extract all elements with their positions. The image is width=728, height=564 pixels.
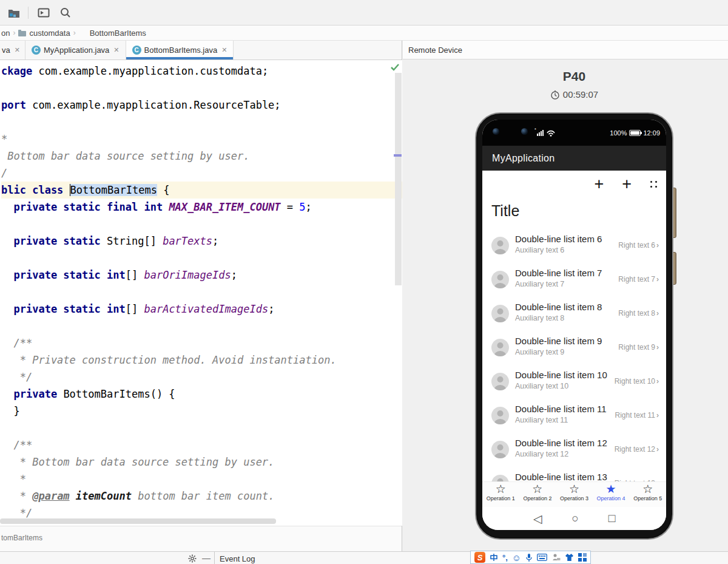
search-icon[interactable] [59, 7, 72, 19]
toolbox-grid-icon[interactable] [578, 553, 587, 562]
gear-icon[interactable] [188, 554, 197, 564]
chinese-mode-icon[interactable] [490, 553, 498, 562]
nav-back-icon[interactable]: ◁ [533, 512, 542, 526]
tab-label: BottomBarItems.java [144, 46, 218, 55]
editor-tab[interactable]: BottomBarItems.java ✕ [126, 41, 234, 59]
battery-icon [629, 130, 641, 136]
list-item[interactable]: Double-line list item 12 Auxiliary text … [482, 433, 666, 467]
tab-close-icon[interactable]: ✕ [113, 46, 119, 54]
keyboard-icon[interactable] [537, 554, 547, 561]
list-item-title: Double-line list item 6 [515, 234, 602, 244]
list-item-subtitle: Auxiliary text 6 [515, 246, 564, 254]
chevron-right-icon: › [656, 377, 659, 386]
operation-tab[interactable]: ☆ Operation 2 [519, 482, 556, 507]
list-item-subtitle: Auxiliary text 10 [515, 382, 568, 390]
phone-screen[interactable]: * 100% 12:09 [482, 120, 666, 530]
code-line: * [1, 131, 402, 148]
tab-close-icon[interactable]: ✕ [221, 46, 227, 54]
editor-bottom-breadcrumb[interactable]: tomBarItems [0, 526, 402, 551]
breadcrumb-item[interactable]: customdata [17, 29, 71, 38]
list-item-title: Double-line list item 9 [515, 336, 602, 346]
code-line: * [1, 471, 402, 488]
status-right-cluster: 100% 12:09 [610, 120, 660, 146]
device-name: P40 [475, 69, 673, 84]
add-item-button[interactable]: + [622, 176, 632, 192]
code-editor[interactable]: ckage com.example.myapplication.customda… [0, 60, 402, 526]
list-item[interactable]: Double-line list item 10 Auxiliary text … [482, 365, 666, 399]
list-item[interactable]: Double-line list item 6 Auxiliary text 6… [482, 229, 666, 263]
code-line: ckage com.example.myapplication.customda… [1, 63, 402, 80]
operation-label: Operation 4 [597, 495, 625, 501]
tab-close-icon[interactable]: ✕ [15, 46, 20, 54]
list-item-right-text: Right text 8› [618, 309, 659, 318]
code-line: private BottomBarItems() { [1, 386, 402, 403]
editor-horizontal-scrollbar[interactable] [0, 518, 276, 524]
class-icon [32, 46, 41, 55]
list-item-subtitle: Auxiliary text 11 [515, 416, 568, 424]
run-terminal-icon[interactable] [38, 7, 50, 19]
star-icon: ☆ [496, 483, 506, 495]
code-line: blic class BottomBarItems { [1, 182, 402, 199]
project-structure-icon[interactable] [8, 7, 20, 19]
code-line: /** [1, 335, 402, 352]
list-item-subtitle: Auxiliary text 12 [515, 450, 568, 458]
operation-tab[interactable]: ☆ Operation 5 [629, 482, 666, 507]
star-icon: ★ [606, 483, 616, 495]
emoji-icon[interactable]: ☺ [512, 552, 521, 563]
bottom-operations-bar: ☆ Operation 1 ☆ Operation 2 ☆ Operation … [482, 481, 666, 507]
operation-tab[interactable]: ☆ Operation 3 [556, 482, 593, 507]
handwriting-tool-icon[interactable] [551, 553, 561, 562]
list-item-right-text: Right text 9› [618, 343, 659, 352]
avatar [491, 407, 509, 424]
list-item[interactable]: Double-line list item 8 Auxiliary text 8… [482, 297, 666, 331]
grid-menu-icon[interactable] [650, 180, 658, 188]
code-line: * Bottom bar data source setting by user… [1, 454, 402, 471]
list-item[interactable]: Double-line list item 11 Auxiliary text … [482, 399, 666, 433]
editor-tab[interactable]: va ✕ [0, 41, 25, 59]
code-line: private static int[] barOriImageIds; [1, 267, 402, 284]
list-item-title: Double-line list item 7 [515, 268, 602, 278]
add-item-button[interactable]: + [594, 176, 604, 192]
code-line: * @param itemCount bottom bar item count… [1, 488, 402, 505]
list-item-title: Double-line list item 10 [515, 370, 607, 380]
chevron-right-icon: › [656, 479, 659, 481]
operation-label: Operation 3 [560, 495, 588, 501]
phone-mirror: * 100% 12:09 [475, 112, 673, 540]
remote-device-panel: Remote Device P40 00:59:07 [403, 41, 728, 551]
operation-tab[interactable]: ★ Operation 4 [593, 482, 630, 507]
chevron-right-icon: › [656, 241, 659, 250]
inspection-ok-check-icon[interactable] [391, 63, 399, 73]
content-title: Title [491, 202, 666, 222]
navigation-bar: ◁ ○ □ [482, 507, 666, 530]
list-item[interactable]: Double-line list item 13 Auxiliary text … [482, 467, 666, 481]
timer-value: 00:59:07 [563, 89, 598, 100]
ide-status-bar: — Event Log [0, 551, 728, 564]
hide-toolwindow-icon[interactable]: — [202, 552, 211, 564]
code-line: private static final int MAX_BAR_ITEM_CO… [1, 199, 402, 216]
code-line: Bottom bar data source setting by user. [1, 148, 402, 165]
tab-label: MyApplication.java [44, 46, 109, 55]
breadcrumb-item[interactable]: BottomBarItems [78, 29, 147, 38]
punctuation-mode-icon[interactable]: °, [502, 553, 508, 562]
ime-toolbar: S °, ☺ [470, 551, 591, 564]
chevron-right-icon: › [656, 445, 659, 454]
skin-icon[interactable] [565, 553, 574, 562]
operation-tab[interactable]: ☆ Operation 1 [482, 482, 519, 507]
star-icon: ☆ [642, 483, 653, 495]
breadcrumb: › on › customdata › BottomBarItems [0, 25, 728, 41]
event-log-button[interactable]: Event Log [220, 554, 255, 563]
editor-vertical-scrollbar[interactable] [395, 73, 402, 285]
voice-input-icon[interactable] [525, 553, 533, 562]
editor-tab[interactable]: MyApplication.java ✕ [25, 41, 126, 59]
nav-home-icon[interactable]: ○ [571, 512, 578, 525]
sogou-logo-icon[interactable]: S [474, 552, 485, 563]
code-line [1, 318, 402, 335]
chevron-right-icon: › [656, 411, 659, 420]
code-line: */ [1, 369, 402, 386]
list-item[interactable]: Double-line list item 9 Auxiliary text 9… [482, 331, 666, 365]
svg-text:*: * [534, 127, 536, 132]
nav-recents-icon[interactable]: □ [608, 512, 615, 525]
code-line: /** [1, 437, 402, 454]
breadcrumb-item[interactable]: on [0, 29, 11, 38]
list-item[interactable]: Double-line list item 7 Auxiliary text 7… [482, 263, 666, 297]
